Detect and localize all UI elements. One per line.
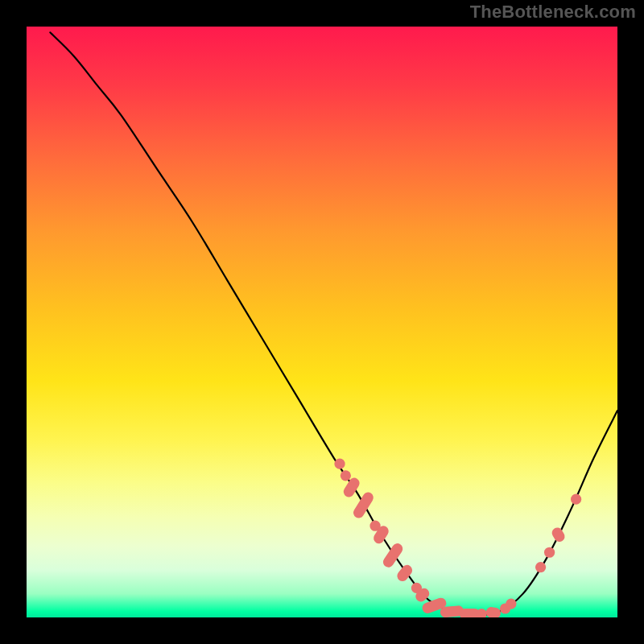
data-point-dot: [571, 494, 581, 505]
plot-area: [27, 27, 617, 617]
data-point-dash: [485, 606, 502, 617]
watermark-text: TheBottleneck.com: [470, 2, 636, 23]
bottleneck-curve: [50, 32, 617, 614]
curve-svg: [27, 27, 617, 617]
data-markers: [334, 459, 581, 617]
data-point-dot: [535, 562, 546, 572]
data-point-dash: [351, 490, 375, 520]
chart-container: TheBottleneck.com: [0, 0, 644, 644]
data-point-dot: [544, 547, 555, 558]
data-point-dot: [341, 470, 351, 481]
data-point-dash: [550, 526, 567, 544]
data-point-dot: [334, 459, 345, 469]
data-point-dot: [506, 599, 516, 609]
